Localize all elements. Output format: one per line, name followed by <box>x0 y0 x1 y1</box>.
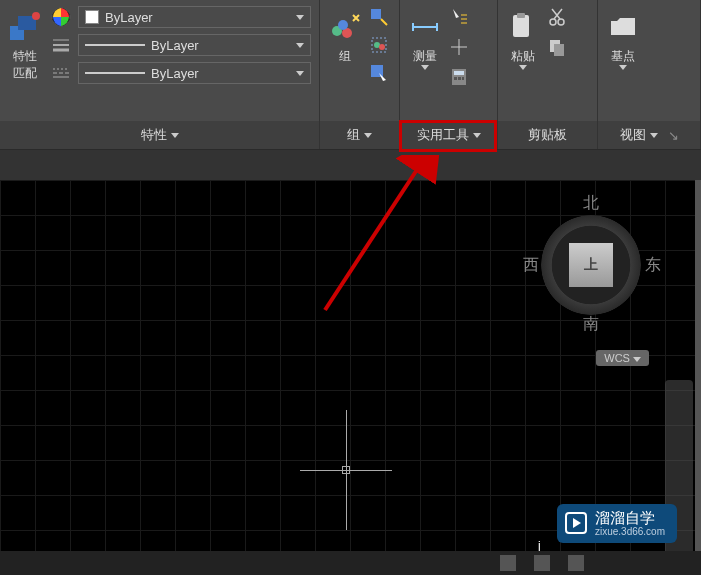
status-icon[interactable] <box>500 555 516 571</box>
panel-view: 基点 视图 ↘ <box>598 0 701 149</box>
layer-color-dropdown[interactable]: ByLayer <box>78 6 311 28</box>
svg-rect-29 <box>513 15 529 37</box>
base-point-label: 基点 <box>611 48 635 65</box>
line-sample-icon <box>85 44 145 46</box>
chevron-down-icon <box>421 65 429 70</box>
group-button[interactable]: 组 <box>328 6 362 65</box>
svg-point-13 <box>338 20 348 30</box>
watermark-url: zixue.3d66.com <box>595 526 665 537</box>
chevron-down-icon <box>296 71 304 76</box>
group-icon <box>328 10 362 44</box>
viewcube-west[interactable]: 西 <box>523 255 539 276</box>
match-properties-button[interactable]: 特性 匹配 <box>8 6 42 82</box>
chevron-down-icon <box>171 133 179 138</box>
viewcube-north[interactable]: 北 <box>583 193 599 214</box>
folder-icon <box>606 10 640 44</box>
viewcube-east[interactable]: 东 <box>645 255 661 276</box>
group-edit-button[interactable] <box>368 6 390 28</box>
watermark: 溜溜自学 zixue.3d66.com <box>557 504 677 544</box>
chevron-down-icon <box>633 357 641 362</box>
wcs-badge[interactable]: WCS <box>596 350 649 366</box>
svg-rect-27 <box>458 77 461 80</box>
line-sample-icon <box>85 72 145 74</box>
color-wheel-icon[interactable] <box>50 6 72 28</box>
cut-button[interactable] <box>546 6 568 28</box>
panel-properties-footer[interactable]: 特性 <box>0 121 319 149</box>
lineweight-value: ByLayer <box>151 38 199 53</box>
watermark-title: 溜溜自学 <box>595 510 665 527</box>
paste-icon <box>506 10 540 44</box>
measure-icon <box>408 10 442 44</box>
layer-controls: ByLayer ByLayer <box>50 6 311 84</box>
svg-point-31 <box>550 19 556 25</box>
paste-label: 粘贴 <box>511 48 535 65</box>
linetype-value: ByLayer <box>151 66 199 81</box>
color-swatch-icon <box>85 10 99 24</box>
svg-rect-26 <box>454 77 457 80</box>
panel-footer-label: 剪贴板 <box>528 126 567 144</box>
svg-point-2 <box>32 12 40 20</box>
ribbon: 特性 匹配 ByLayer ByLa <box>0 0 701 150</box>
measure-button[interactable]: 测量 <box>408 6 442 70</box>
linetype-icon[interactable] <box>50 62 72 84</box>
chevron-down-icon <box>519 65 527 70</box>
panel-launcher-icon[interactable]: ↘ <box>668 128 679 143</box>
calculator-button[interactable] <box>448 66 470 88</box>
panel-footer-label: 特性 <box>141 126 167 144</box>
group-label: 组 <box>339 48 351 65</box>
viewcube-south[interactable]: 南 <box>583 314 599 335</box>
viewcube-top-face[interactable]: 上 <box>569 243 613 287</box>
point-style-button[interactable] <box>448 36 470 58</box>
svg-rect-18 <box>371 65 383 77</box>
status-icon[interactable] <box>534 555 550 571</box>
panel-clipboard-footer[interactable]: 剪贴板 <box>498 121 597 149</box>
svg-point-17 <box>379 44 385 50</box>
layer-color-value: ByLayer <box>105 10 153 25</box>
lineweight-icon[interactable] <box>50 34 72 56</box>
quick-select-button[interactable] <box>448 6 470 28</box>
paste-button[interactable]: 粘贴 <box>506 6 540 70</box>
group-select-button[interactable] <box>368 62 390 84</box>
status-bar <box>0 551 701 575</box>
chevron-down-icon <box>619 65 627 70</box>
panel-utilities: 测量 实用工具 <box>400 0 498 149</box>
match-properties-icon <box>8 10 42 44</box>
panel-utilities-footer[interactable]: 实用工具 <box>400 121 497 149</box>
chevron-down-icon <box>473 133 481 138</box>
svg-rect-36 <box>554 44 564 56</box>
panel-clipboard: 粘贴 剪贴板 <box>498 0 598 149</box>
svg-rect-28 <box>462 77 464 80</box>
chevron-down-icon <box>364 133 372 138</box>
svg-point-32 <box>558 19 564 25</box>
chevron-down-icon <box>296 43 304 48</box>
status-icon[interactable] <box>568 555 584 571</box>
lineweight-dropdown[interactable]: ByLayer <box>78 34 311 56</box>
match-properties-label: 特性 匹配 <box>13 48 37 82</box>
svg-rect-14 <box>371 9 381 19</box>
panel-footer-label: 组 <box>347 126 360 144</box>
linetype-dropdown[interactable]: ByLayer <box>78 62 311 84</box>
panel-view-footer[interactable]: 视图 ↘ <box>598 121 700 149</box>
panel-footer-label: 实用工具 <box>417 126 469 144</box>
panel-properties: 特性 匹配 ByLayer ByLa <box>0 0 320 149</box>
chevron-down-icon <box>296 15 304 20</box>
svg-rect-30 <box>517 13 525 18</box>
svg-rect-25 <box>454 71 464 75</box>
panel-footer-label: 视图 <box>620 126 646 144</box>
measure-label: 测量 <box>413 48 437 65</box>
scrollbar-vertical[interactable] <box>695 180 701 575</box>
panel-group-footer[interactable]: 组 <box>320 121 399 149</box>
viewcube[interactable]: 上 北 南 西 东 <box>521 195 661 335</box>
base-point-button[interactable]: 基点 <box>606 6 640 70</box>
chevron-down-icon <box>650 133 658 138</box>
panel-group: 组 组 <box>320 0 400 149</box>
play-icon <box>565 512 587 534</box>
group-bbox-button[interactable] <box>368 34 390 56</box>
copy-button[interactable] <box>546 36 568 58</box>
